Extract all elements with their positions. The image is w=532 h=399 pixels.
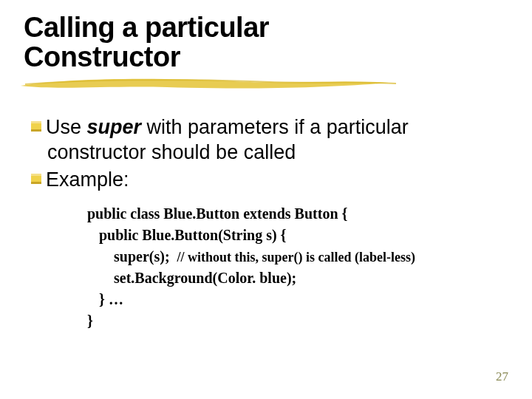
code-line-4: set.Background(Color. blue); — [87, 267, 508, 289]
bullet-icon — [28, 171, 44, 187]
page-number: 27 — [496, 369, 508, 384]
code-line-2: public Blue.Button(String s) { — [87, 225, 508, 246]
content-area: Use super with parameters if a particula… — [24, 115, 508, 332]
svg-rect-2 — [31, 129, 41, 132]
code-line-3: super(s); // without this, super() is ca… — [87, 246, 508, 267]
bullet-1-pre: Use — [46, 116, 87, 138]
title-line-1: Calling a particular — [24, 13, 508, 43]
bullet-item-1: Use super with parameters if a particula… — [28, 115, 508, 140]
code-comment: // without this, super() is called (labe… — [177, 250, 416, 265]
bullet-1-text: Use super with parameters if a particula… — [46, 115, 409, 140]
code-line-1: public class Blue.Button extends Button … — [87, 203, 508, 225]
slide-title: Calling a particular Constructor — [24, 13, 508, 72]
keyword-super: super — [87, 116, 142, 138]
bullet-item-2: Example: — [28, 168, 508, 193]
svg-rect-5 — [31, 182, 41, 184]
code-line-5: } … — [87, 289, 508, 310]
svg-rect-4 — [31, 174, 41, 176]
slide: Calling a particular Constructor Use sup… — [0, 0, 532, 399]
code-super-call: super(s); — [114, 248, 177, 265]
bullet-1-post: with parameters if a particular — [141, 116, 409, 138]
bullet-2-text: Example: — [46, 168, 129, 193]
bullet-1-continuation: constructor should be called — [28, 140, 508, 166]
title-underline — [24, 78, 508, 96]
svg-rect-1 — [31, 121, 41, 123]
code-line-6: } — [87, 310, 508, 332]
bullet-icon — [28, 118, 44, 134]
code-block: public class Blue.Button extends Button … — [28, 203, 508, 332]
brush-underline-icon — [19, 74, 403, 95]
title-line-2: Constructor — [24, 43, 508, 72]
